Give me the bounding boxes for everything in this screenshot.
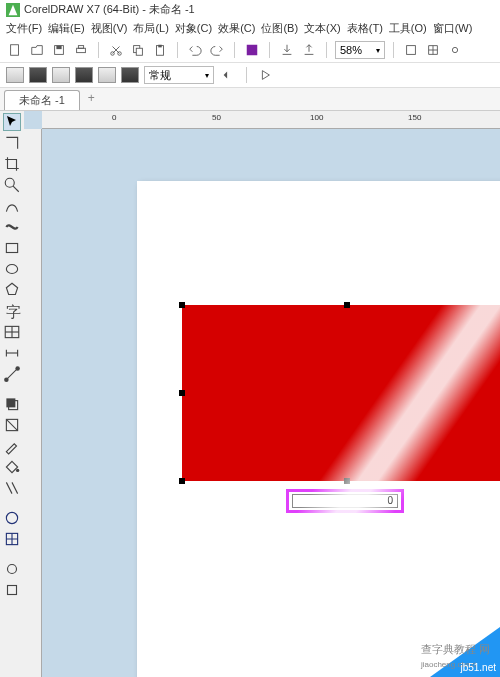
style-dropdown[interactable]: 常规▾ (144, 66, 214, 84)
value-input[interactable]: 0 (292, 494, 398, 508)
ellipse-tool[interactable] (3, 260, 21, 278)
separator (269, 42, 270, 58)
text-tool[interactable]: 字 (3, 302, 21, 320)
svg-point-18 (6, 265, 17, 274)
handle-bottom-left[interactable] (179, 478, 185, 484)
tab-add-button[interactable]: + (80, 88, 103, 110)
chevron-down-icon: ▾ (376, 46, 380, 55)
options-button[interactable] (446, 41, 464, 59)
launch-button[interactable] (243, 41, 261, 59)
corner-badge-text: jb51.net (460, 662, 496, 673)
menu-edit[interactable]: 编辑(E) (48, 21, 85, 36)
fill-tool[interactable] (3, 458, 21, 476)
rectangle-tool[interactable] (3, 239, 21, 257)
swatch-1[interactable] (6, 67, 24, 83)
property-toolbar: 常规▾ (0, 63, 500, 88)
toolbox: 字 (0, 111, 24, 677)
separator (393, 42, 394, 58)
swatch-5[interactable] (98, 67, 116, 83)
extra-tool-1[interactable] (3, 560, 21, 578)
handle-top-left[interactable] (179, 302, 185, 308)
grid-button[interactable] (424, 41, 442, 59)
svg-rect-3 (56, 46, 61, 50)
svg-rect-28 (6, 398, 15, 407)
paste-button[interactable] (151, 41, 169, 59)
handle-mid-left[interactable] (179, 390, 185, 396)
artistic-media-tool[interactable] (3, 218, 21, 236)
import-button[interactable] (278, 41, 296, 59)
swatch-6[interactable] (121, 67, 139, 83)
crop-tool[interactable] (3, 155, 21, 173)
chevron-down-icon: ▾ (205, 71, 209, 80)
snap-button[interactable] (402, 41, 420, 59)
standard-toolbar: 58%▾ (0, 38, 500, 63)
menu-tools[interactable]: 工具(O) (389, 21, 427, 36)
svg-rect-12 (247, 45, 258, 56)
workspace: 字 0 50 100 150 200 (0, 111, 500, 677)
menu-view[interactable]: 视图(V) (91, 21, 128, 36)
title-text: CorelDRAW X7 (64-Bit) - 未命名 -1 (24, 2, 195, 17)
copy-button[interactable] (129, 41, 147, 59)
eyedropper-tool[interactable] (3, 437, 21, 455)
svg-rect-35 (8, 586, 17, 595)
separator (234, 42, 235, 58)
swatch-4[interactable] (75, 67, 93, 83)
shape-tool[interactable] (3, 134, 21, 152)
separator (246, 67, 247, 83)
smart-fill-tool[interactable] (3, 509, 21, 527)
highlighted-input-box: 0 (286, 489, 404, 513)
selected-rectangle[interactable] (182, 305, 500, 481)
app-icon (6, 3, 20, 17)
freehand-tool[interactable] (3, 197, 21, 215)
menu-text[interactable]: 文本(X) (304, 21, 341, 36)
svg-rect-4 (77, 48, 86, 52)
svg-rect-11 (158, 45, 162, 48)
zoom-value: 58% (340, 44, 362, 56)
tab-document[interactable]: 未命名 -1 (4, 90, 80, 110)
transparency-tool[interactable] (3, 416, 21, 434)
menu-file[interactable]: 文件(F) (6, 21, 42, 36)
svg-point-32 (6, 512, 17, 523)
menu-object[interactable]: 对象(C) (175, 21, 212, 36)
new-button[interactable] (6, 41, 24, 59)
handle-bottom-mid[interactable] (344, 478, 350, 484)
svg-point-27 (15, 366, 20, 371)
svg-rect-17 (6, 244, 17, 253)
dropshadow-tool[interactable] (3, 395, 21, 413)
apply-style-button[interactable] (219, 66, 237, 84)
connector-tool[interactable] (3, 365, 21, 383)
swatch-2[interactable] (29, 67, 47, 83)
outline-tool[interactable] (3, 479, 21, 497)
zoom-dropdown[interactable]: 58%▾ (335, 41, 385, 59)
svg-point-34 (8, 565, 17, 574)
handle-top-mid[interactable] (344, 302, 350, 308)
mesh-fill-tool[interactable] (3, 530, 21, 548)
separator (98, 42, 99, 58)
polygon-tool[interactable] (3, 281, 21, 299)
menu-table[interactable]: 表格(T) (347, 21, 383, 36)
menu-window[interactable]: 窗口(W) (433, 21, 473, 36)
svg-rect-9 (136, 48, 142, 55)
canvas-area[interactable]: 0 50 100 150 200 0 (24, 111, 500, 677)
svg-point-31 (16, 469, 19, 472)
open-button[interactable] (28, 41, 46, 59)
extra-tool-2[interactable] (3, 581, 21, 599)
hint-button[interactable] (256, 66, 274, 84)
save-button[interactable] (50, 41, 68, 59)
menu-layout[interactable]: 布局(L) (133, 21, 168, 36)
svg-line-16 (13, 186, 19, 192)
print-button[interactable] (72, 41, 90, 59)
table-tool[interactable] (3, 323, 21, 341)
export-button[interactable] (300, 41, 318, 59)
menu-bitmap[interactable]: 位图(B) (261, 21, 298, 36)
swatch-3[interactable] (52, 67, 70, 83)
cut-button[interactable] (107, 41, 125, 59)
zoom-tool[interactable] (3, 176, 21, 194)
pick-tool[interactable] (3, 113, 21, 131)
undo-button[interactable] (186, 41, 204, 59)
redo-button[interactable] (208, 41, 226, 59)
svg-point-15 (5, 178, 14, 187)
menubar: 文件(F) 编辑(E) 视图(V) 布局(L) 对象(C) 效果(C) 位图(B… (0, 19, 500, 38)
menu-effect[interactable]: 效果(C) (218, 21, 255, 36)
dimension-tool[interactable] (3, 344, 21, 362)
